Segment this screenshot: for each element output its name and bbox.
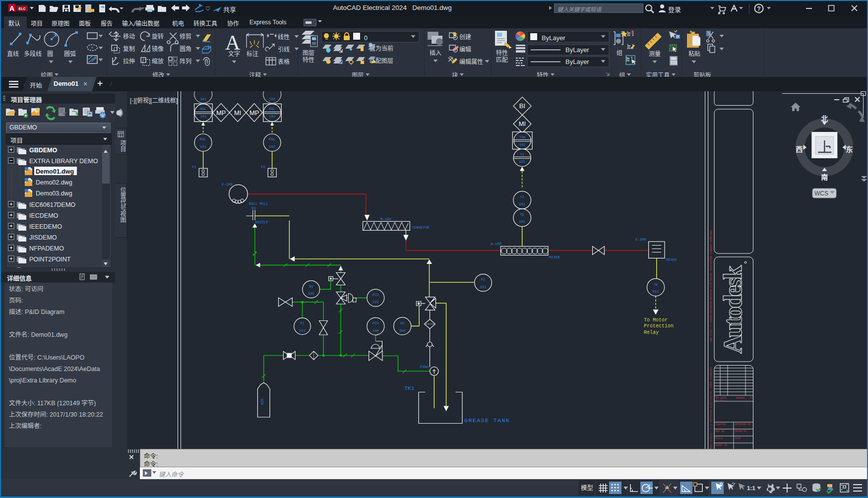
svg-text:镜像: 镜像 [152,45,164,53]
svg-text:333: 333 [480,285,487,289]
svg-text:测量: 测量 [649,51,661,58]
svg-text:粘贴: 粘贴 [688,50,700,58]
svg-text:APPROVED BY: APPROVED BY [735,423,751,426]
svg-text:PCV: PCV [372,293,379,297]
svg-text:表格: 表格 [278,58,290,65]
svg-text:MP: MP [249,109,259,117]
svg-text:组: 组 [617,50,622,57]
svg-text:101: 101 [519,220,525,224]
svg-text:匹配: 匹配 [496,57,508,63]
svg-text:创建: 创建 [459,34,471,41]
svg-text:TI: TI [520,153,524,157]
svg-text:101: 101 [200,145,206,149]
svg-text:PCV: PCV [372,321,379,325]
svg-text:DWG FILE: C:\USERS\AUTODESK\AU: DWG FILE: C:\USERS\AUTODESK\AUTOCAD ELEC… [709,230,713,342]
svg-text:101: 101 [519,202,525,206]
svg-text:直线: 直线 [7,51,19,58]
svg-text:?: ? [757,5,760,12]
svg-text:IEEEDEMO: IEEEDEMO [29,223,62,230]
svg-text:Demo03.dwg: Demo03.dwg [36,190,72,197]
svg-text:REV DESC: REV DESC [715,399,725,401]
svg-text:ByLayer: ByLayer [565,46,589,54]
svg-text:RSL: RSL [200,137,206,141]
svg-text:TT: TT [520,195,524,199]
svg-text:阵列: 阵列 [180,58,191,65]
svg-text:AIR: AIR [261,399,264,405]
svg-text:圆弧: 圆弧 [64,51,76,58]
svg-text:BY: BY [750,397,753,400]
svg-text:BI: BI [519,102,525,110]
svg-text:RSL: RSL [200,107,206,111]
svg-text:To Motor: To Motor [644,317,668,323]
svg-text:WCS: WCS [814,190,828,197]
svg-text:ByLayer: ByLayer [542,34,565,42]
svg-text:CHECKED: CHECKED [715,423,726,426]
svg-text:MI: MI [519,120,526,127]
svg-text:GREASE TANK: GREASE TANK [464,417,510,424]
svg-text:E-200: E-200 [635,238,646,242]
svg-text:DWG SCALE: 1:1 AUTOCAD ELECTRI: DWG SCALE: 1:1 AUTOCAD ELECTRICAL DEMO D… [709,367,713,449]
svg-text:IEC60617DEMO: IEC60617DEMO [29,201,75,208]
svg-text:旋转: 旋转 [152,33,164,40]
svg-text:JISDEMO: JISDEMO [29,234,57,241]
svg-text:西: 西 [796,145,803,153]
svg-text:F1: F1 [192,165,196,169]
svg-text:101: 101 [200,97,206,101]
svg-text:修剪: 修剪 [180,33,191,40]
svg-text:101: 101 [200,115,206,119]
svg-text:SHEET NO: SHEET NO [715,444,727,447]
svg-text:P300: P300 [420,365,429,369]
svg-text:特性: 特性 [303,56,314,63]
svg-text:E-100: E-100 [222,183,233,187]
svg-text:RSL: RSL [269,107,275,111]
svg-text:圆: 圆 [47,51,53,58]
svg-text:DRYER: DRYER [666,258,677,262]
svg-text:221: 221 [299,329,306,333]
svg-text:PI: PI [481,278,486,282]
svg-text:GBDEMO: GBDEMO [29,147,58,154]
svg-text:Demo02.dwg: Demo02.dwg [36,179,72,186]
svg-text:DWG NO: DWG NO [715,430,724,433]
svg-text:TE: TE [654,283,658,287]
svg-text:DATE: DATE [735,437,741,440]
svg-text:0: 0 [364,35,368,42]
svg-text:POINT2POINT: POINT2POINT [29,256,71,263]
svg-text:引线: 引线 [278,46,290,53]
svg-text:标注: 标注 [247,50,258,58]
svg-text:插入: 插入 [430,50,441,57]
svg-text:A: A [9,4,14,12]
svg-text:F2: F2 [261,165,265,169]
svg-text:SV: SV [400,321,405,325]
svg-text:DRAWN BY: DRAWN BY [735,430,746,433]
svg-text:多段线: 多段线 [24,50,42,58]
svg-text:拉伸: 拉伸 [123,58,135,65]
svg-text:线性: 线性 [278,34,290,41]
svg-text:复制: 复制 [123,46,135,53]
svg-text:335: 335 [308,292,314,296]
svg-text:圆角: 圆角 [180,46,191,53]
svg-text:330: 330 [372,329,379,333]
svg-text:模型: 模型 [581,485,593,492]
svg-text:特性: 特性 [496,49,508,57]
svg-text:移动: 移动 [123,33,135,40]
svg-text:222: 222 [372,300,379,304]
svg-text:Autodesk: Autodesk [719,265,747,354]
svg-text:1:1: 1:1 [747,485,755,491]
svg-text:缩放: 缩放 [152,58,164,65]
svg-text:101: 101 [519,160,525,164]
svg-text:REMARK: REMARK [736,397,745,400]
svg-text:TK1: TK1 [404,385,415,391]
svg-text:TSH: TSH [519,135,526,139]
svg-text:102: 102 [269,115,275,119]
svg-text:A: A [225,31,241,54]
svg-text:101: 101 [519,143,526,147]
svg-text:102: 102 [269,145,275,149]
svg-text:图层: 图层 [303,50,314,57]
svg-text:PI: PI [300,321,305,325]
svg-text:MP: MP [216,109,226,117]
svg-text:RSL: RSL [269,137,275,141]
svg-text:编辑属性: 编辑属性 [459,58,483,65]
svg-text:SCALE: SCALE [715,437,723,440]
svg-text:102: 102 [269,97,275,101]
svg-text:IECDEMO: IECDEMO [29,212,59,219]
